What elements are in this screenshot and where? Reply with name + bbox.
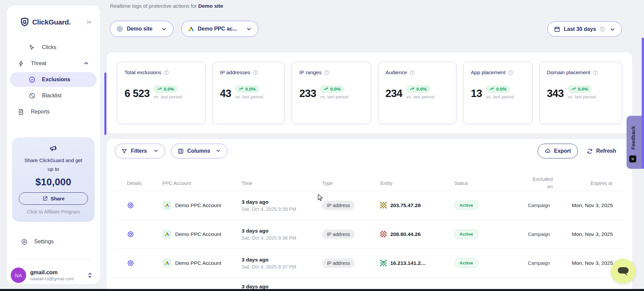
refresh-icon <box>587 148 593 154</box>
chat-bubble-icon <box>617 265 630 277</box>
external-link-icon <box>42 196 48 201</box>
expires-at-value: Mon, Nov 3, 2025 <box>572 202 624 208</box>
trend-up-icon <box>410 87 415 92</box>
sidebar-item-reports[interactable]: Reports <box>10 104 97 119</box>
help-circle-icon[interactable] <box>593 70 598 76</box>
clickguard-logo-icon <box>20 17 29 27</box>
stat-compare-label: vs. last period <box>235 94 263 99</box>
subtitle-text: Realtime logs of protective actions for <box>110 3 197 9</box>
badge-check-icon <box>29 76 36 83</box>
page-scrollbar[interactable] <box>642 38 644 169</box>
promo-footer: Click to Affiliate Program <box>17 209 90 214</box>
document-icon <box>17 108 24 115</box>
table-row: Demo PPC Account 3 days agoSat, Oct 4, 2… <box>115 191 624 220</box>
chat-widget-button[interactable] <box>611 259 636 284</box>
google-ads-icon <box>162 230 171 239</box>
sidebar-nav: Clicks Threat Exclusions Blacklist <box>7 40 100 119</box>
help-circle-icon[interactable] <box>253 70 258 76</box>
stat-value: 233 <box>299 88 316 100</box>
sidebar-item-clicks[interactable]: Clicks <box>10 40 97 55</box>
view-details-icon[interactable] <box>127 231 134 238</box>
sidebar-item-label: Reports <box>31 109 50 115</box>
view-details-icon[interactable] <box>127 202 134 209</box>
stat-compare-label: vs. last period <box>568 94 596 99</box>
entity-value: 208.80.44.26 <box>390 231 421 237</box>
share-button-label: Share <box>51 196 65 201</box>
trend-up-icon <box>489 87 494 92</box>
share-button[interactable]: Share <box>19 192 88 205</box>
entity-identicon-icon <box>380 260 387 266</box>
column-header-expires-at[interactable]: Expires at <box>572 181 624 186</box>
column-header-type[interactable]: Type <box>322 181 380 186</box>
time-relative: 3 days ago <box>242 199 322 205</box>
time-relative: 3 days ago <box>242 257 322 263</box>
site-selector[interactable]: Demo site <box>110 21 174 37</box>
stat-card-total-exclusions: Total exclusions 6 523 0.0% vs. last per… <box>117 62 206 124</box>
stat-card-app-placement: App placement 13 0.0% vs. last period <box>463 62 533 124</box>
funnel-icon <box>121 148 128 154</box>
stat-value: 13 <box>471 88 482 100</box>
column-header-ppc-account[interactable]: PPC Account <box>162 181 242 186</box>
cursor-click-icon <box>29 44 36 51</box>
megaphone-icon <box>49 144 58 154</box>
affiliate-promo-card[interactable]: Share ClickGuard and get up to $10,000 S… <box>12 137 95 222</box>
slash-circle-icon <box>29 92 36 99</box>
user-menu[interactable]: NA gmail.com naatali.ro@gmail.com <box>11 266 96 285</box>
sidebar-divider <box>15 259 92 259</box>
view-details-icon[interactable] <box>127 259 134 267</box>
type-badge: IP address <box>322 201 355 210</box>
stat-title: IP ranges <box>299 69 321 76</box>
stat-delta: 0.0% <box>496 87 506 92</box>
ppc-account-name: Demo PPC Account <box>175 260 221 266</box>
sidebar: ClickGuard. Clicks Threat Exclusions <box>7 5 100 284</box>
globe-icon <box>116 25 123 33</box>
help-circle-icon[interactable] <box>324 70 330 76</box>
columns-button[interactable]: Columns <box>171 144 228 158</box>
column-header-time[interactable]: Time <box>242 181 322 186</box>
chevron-up-icon <box>83 60 89 66</box>
column-header-details[interactable]: Details <box>127 181 162 186</box>
brand-header: ClickGuard. <box>7 5 100 27</box>
promo-amount: $10,000 <box>17 177 90 188</box>
refresh-button[interactable]: Refresh <box>587 148 616 154</box>
column-header-status[interactable]: Status <box>454 181 528 186</box>
google-ads-icon <box>162 201 171 210</box>
help-circle-icon[interactable] <box>409 70 415 76</box>
stat-compare-label: vs. last period <box>154 94 182 99</box>
stat-title: Total exclusions <box>125 69 161 76</box>
chevron-up-down-icon <box>87 272 93 278</box>
filters-button[interactable]: Filters <box>115 144 165 158</box>
sidebar-item-exclusions[interactable]: Exclusions <box>10 72 97 87</box>
date-range-selector[interactable]: Last 30 days <box>547 21 622 37</box>
trend-up-icon <box>157 87 162 92</box>
stat-title: Domain placement <box>547 69 590 76</box>
stat-card-audience: Audience 234 0.0% vs. last period <box>378 62 457 124</box>
chevron-down-icon <box>215 148 221 155</box>
help-circle-icon[interactable] <box>163 70 169 76</box>
trend-up-icon <box>239 87 244 92</box>
stats-panel: Total exclusions 6 523 0.0% vs. last per… <box>107 52 632 134</box>
column-header-excluded-on[interactable]: Excluded on <box>528 176 553 191</box>
window-bottom-edge <box>0 289 644 291</box>
stat-card-domain-placement: Domain placement 343 0.0% vs. last perio… <box>539 62 623 124</box>
sidebar-item-threat[interactable]: Threat <box>10 56 97 71</box>
export-button[interactable]: Export <box>538 144 578 158</box>
brand-name: ClickGuard. <box>32 18 71 26</box>
help-circle-icon[interactable] <box>508 70 513 76</box>
sidebar-item-label: Settings <box>34 239 54 245</box>
ppc-account-selector[interactable]: Demo PPC ac... <box>181 21 258 37</box>
trend-up-icon <box>324 87 329 92</box>
entity-identicon-icon <box>380 231 387 237</box>
entity-value: 16.213.141.2… <box>390 260 426 266</box>
chevron-down-icon <box>609 26 615 32</box>
column-header-entity[interactable]: Entity <box>380 181 454 186</box>
stat-compare-label: vs. last period <box>406 94 434 99</box>
page-subtitle: Realtime logs of protective actions for … <box>110 3 223 9</box>
stat-title: Audience <box>386 69 407 76</box>
smiley-logo-icon <box>629 155 636 162</box>
sidebar-item-label: Threat <box>31 60 46 66</box>
sidebar-collapse-icon[interactable] <box>86 19 93 26</box>
sidebar-item-blacklist[interactable]: Blacklist <box>10 88 97 103</box>
sidebar-scrollbar[interactable] <box>104 72 106 135</box>
sidebar-item-settings[interactable]: Settings <box>13 234 93 249</box>
